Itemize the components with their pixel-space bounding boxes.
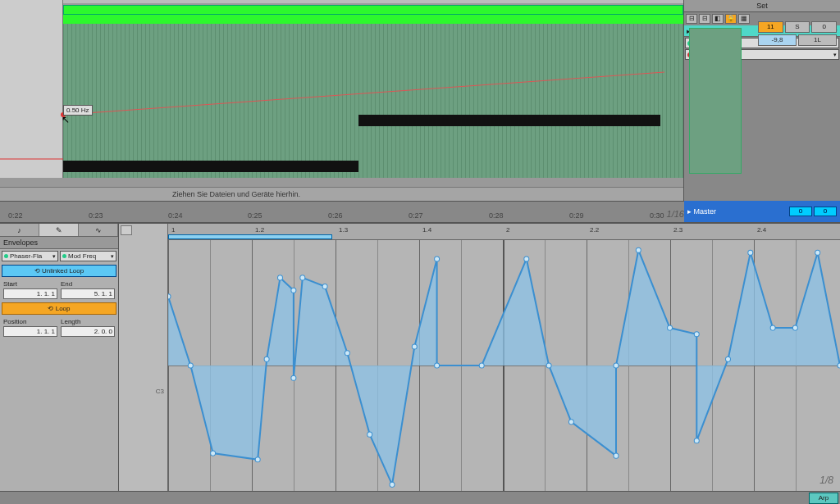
svg-point-23 [614, 453, 619, 458]
svg-point-25 [636, 247, 641, 252]
envelope-param-select[interactable]: Mod Freq▾ [60, 251, 116, 261]
midi-note[interactable] [63, 161, 358, 172]
arm-button[interactable]: 0 [811, 21, 837, 33]
master-meter-r[interactable]: 0 [814, 207, 837, 216]
svg-point-26 [668, 325, 673, 330]
track-number[interactable]: 11 [758, 21, 783, 33]
svg-point-12 [322, 284, 327, 289]
svg-point-8 [278, 275, 283, 280]
master-play-icon[interactable]: ▸ [687, 207, 692, 216]
svg-point-6 [255, 457, 260, 462]
unlinked-loop-button[interactable]: ⟲ Unlinked Loop [2, 265, 116, 277]
start-input[interactable]: 1. 1. 1 [3, 288, 57, 299]
end-label: End [61, 280, 115, 288]
ruler-tick: 0:28 [489, 211, 504, 220]
position-label: Position [3, 318, 57, 325]
fold-button[interactable] [121, 225, 132, 235]
master-meter-l[interactable]: 0 [789, 207, 812, 216]
loop-button[interactable]: ⟲ Loop [2, 302, 116, 315]
ruler-tick: 0:30 [650, 211, 664, 220]
clip-tab-expr-icon[interactable]: ∿ [79, 224, 118, 236]
solo-button[interactable]: S [785, 21, 810, 33]
clip-ruler-tick: 2.4 [757, 226, 766, 234]
position-input[interactable]: 1. 1. 1 [3, 326, 57, 337]
ruler-tick: 0:24 [168, 211, 183, 220]
status-bar: Arp [0, 491, 840, 504]
svg-point-11 [300, 275, 305, 280]
svg-point-24 [614, 363, 619, 368]
clip-detail-view: ♪ ✎ ∿ Envelopes Phaser-Fla▾ Mod Freq▾ ⟲ … [0, 222, 840, 491]
clip-ruler-tick: 2.2 [590, 226, 599, 234]
envelope-editor[interactable]: 1 1.2 1.3 1.4 2 2.2 2.3 2.4 [168, 224, 840, 491]
svg-point-4 [188, 363, 193, 368]
svg-point-29 [726, 356, 731, 361]
ruler-tick: 0:27 [409, 211, 423, 220]
svg-point-15 [390, 482, 395, 487]
clip-ruler[interactable]: 1 1.2 1.3 1.4 2 2.2 2.3 2.4 [168, 224, 840, 240]
cursor-icon: ↖ [62, 114, 70, 125]
overview-icon[interactable]: ▦ [738, 14, 750, 24]
ruler-tick: 0:25 [248, 211, 262, 220]
master-label: Master [694, 207, 717, 216]
clip-overview[interactable] [689, 28, 742, 174]
clip-ruler-tick: 1.4 [422, 226, 431, 234]
envelopes-header: Envelopes [0, 237, 118, 249]
clip-tab-envelope-icon[interactable]: ✎ [39, 224, 79, 236]
svg-point-16 [412, 344, 417, 349]
svg-point-10 [291, 375, 296, 380]
length-label: Length [61, 318, 115, 325]
envelope-curve[interactable] [168, 240, 840, 491]
svg-point-17 [435, 257, 440, 261]
svg-point-28 [694, 438, 699, 443]
svg-point-5 [211, 451, 216, 456]
routing-value[interactable]: 1L [798, 34, 837, 46]
clip-inspector: ♪ ✎ ∿ Envelopes Phaser-Fla▾ Mod Freq▾ ⟲ … [0, 224, 119, 491]
svg-point-20 [524, 257, 529, 261]
ruler-tick: 0:22 [8, 211, 23, 220]
status-clip-tab[interactable]: Arp [809, 493, 838, 504]
key-label-c3: C3 [156, 388, 164, 395]
mixer-toggle-icon[interactable]: ◧ [712, 14, 724, 24]
arrangement-view: 0.50 Hz ↖ Ziehen Sie Dateien und Geräte … [0, 0, 840, 201]
lock-icon[interactable]: 🔒 [725, 14, 737, 24]
svg-point-3 [168, 294, 171, 299]
clip-title-bar[interactable] [63, 15, 683, 24]
ruler-tick: 0:29 [569, 211, 584, 220]
clip-grid-resolution[interactable]: 1/8 [819, 474, 833, 486]
svg-point-22 [568, 420, 573, 425]
svg-point-7 [264, 356, 269, 361]
time-ruler[interactable]: 0:22 0:23 0:24 0:25 0:26 0:27 0:28 0:29 … [0, 201, 840, 222]
svg-point-14 [368, 432, 372, 437]
midi-clip-region[interactable] [63, 10, 683, 178]
loop-brace[interactable] [168, 234, 332, 239]
svg-point-27 [694, 332, 699, 337]
envelope-device-select[interactable]: Phaser-Fla▾ [2, 251, 58, 261]
clip-header[interactable] [63, 5, 683, 15]
volume-value[interactable]: -9,8 [758, 34, 797, 46]
clip-ruler-tick: 1 [171, 226, 175, 234]
arrangement-gutter [0, 0, 63, 178]
return-toggle-icon[interactable]: ⊟ [699, 14, 710, 24]
piano-roll-keys[interactable]: C3 [119, 224, 168, 491]
midi-note[interactable] [358, 115, 660, 126]
clip-ruler-tick: 1.3 [339, 226, 348, 234]
arrangement-timeline[interactable]: 0.50 Hz ↖ Ziehen Sie Dateien und Geräte … [0, 0, 684, 201]
clip-ruler-tick: 1.2 [255, 226, 264, 234]
grid-resolution[interactable]: 1/16 [667, 209, 684, 219]
svg-point-32 [792, 325, 797, 330]
clip-ruler-tick: 2.3 [673, 226, 682, 234]
clip-tab-notes-icon[interactable]: ♪ [0, 224, 39, 236]
mixer-strip: 11 S 0 -9,8 1L [758, 21, 837, 48]
svg-point-18 [435, 363, 440, 368]
drop-files-hint[interactable]: Ziehen Sie Dateien und Geräte hierhin. [0, 187, 683, 201]
length-input[interactable]: 2. 0. 0 [61, 326, 115, 337]
io-toggle-icon[interactable]: ⊟ [686, 14, 697, 24]
svg-point-9 [291, 288, 296, 293]
clip-ruler-tick: 2 [506, 226, 509, 234]
svg-point-33 [815, 250, 820, 255]
start-label: Start [3, 280, 57, 288]
end-input[interactable]: 5. 1. 1 [61, 288, 115, 299]
svg-point-13 [345, 351, 349, 356]
master-track-header[interactable]: ▸ Master 0 0 [684, 201, 840, 222]
svg-point-31 [770, 325, 775, 330]
